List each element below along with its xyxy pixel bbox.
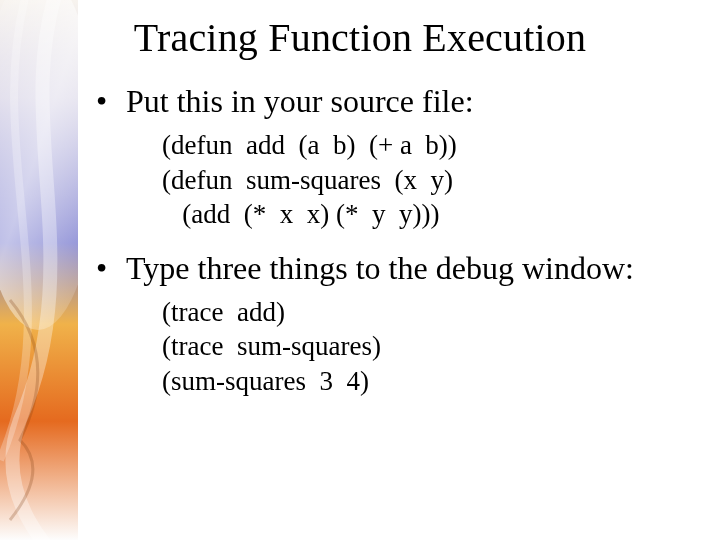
slide-title: Tracing Function Execution (0, 14, 720, 61)
slide: Tracing Function Execution • Put this in… (0, 14, 720, 540)
code-line: (defun add (a b) (+ a b)) (162, 128, 702, 163)
bullet-marker: • (96, 83, 126, 120)
bullet-item: • Type three things to the debug window: (96, 250, 702, 287)
slide-body: • Put this in your source file: (defun a… (0, 83, 720, 398)
code-line: (trace add) (162, 295, 702, 330)
code-block: (trace add) (trace sum-squares) (sum-squ… (162, 295, 702, 399)
code-block: (defun add (a b) (+ a b)) (defun sum-squ… (162, 128, 702, 232)
bullet-marker: • (96, 250, 126, 287)
code-line: (defun sum-squares (x y) (162, 163, 702, 198)
bullet-text: Put this in your source file: (126, 83, 474, 120)
code-line: (sum-squares 3 4) (162, 364, 702, 399)
bullet-text: Type three things to the debug window: (126, 250, 634, 287)
bullet-item: • Put this in your source file: (96, 83, 702, 120)
code-line: (add (* x x) (* y y))) (162, 197, 702, 232)
code-line: (trace sum-squares) (162, 329, 702, 364)
